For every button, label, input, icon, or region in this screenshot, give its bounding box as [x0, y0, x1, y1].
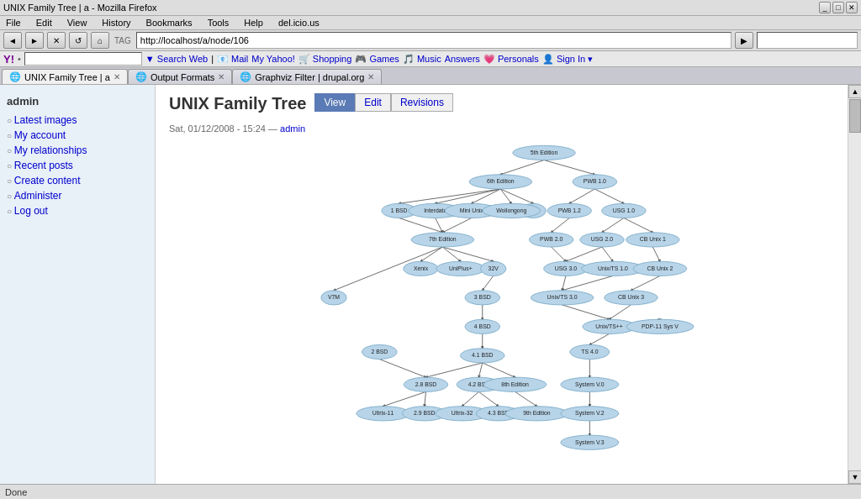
sidebar-item-create-content[interactable]: Create content [0, 173, 155, 188]
svg-text:PWB 1.0: PWB 1.0 [584, 178, 606, 184]
scroll-up-btn[interactable]: ▲ [848, 85, 861, 98]
graph-node-sysv3[interactable]: System V.3 [561, 435, 619, 449]
menu-bookmarks[interactable]: Bookmarks [144, 17, 195, 29]
stop-btn[interactable]: ✕ [47, 32, 66, 49]
scroll-down-btn[interactable]: ▼ [848, 470, 861, 484]
graph-node-5th[interactable]: 5th Edition [513, 145, 575, 160]
graph-node-pdp11[interactable]: PDP-11 Sys V [626, 319, 694, 333]
menu-help[interactable]: Help [241, 17, 266, 29]
graph-node-xenix[interactable]: Xenix [404, 261, 438, 276]
graph-node-pwb20[interactable]: PWB 2.0 [529, 233, 573, 247]
tab-revisions[interactable]: Revisions [391, 93, 453, 112]
sidebar-item-log-out[interactable]: Log out [0, 203, 155, 218]
graph-node-usg30[interactable]: USG 3.0 [544, 261, 588, 276]
graph-node-pwb10[interactable]: PWB 1.0 [573, 175, 616, 189]
address-bar[interactable] [136, 32, 732, 49]
svg-text:Mini Unix: Mini Unix [460, 207, 484, 213]
graph-node-usg10[interactable]: USG 1.0 [602, 203, 646, 218]
graph-node-sysv2[interactable]: System V.2 [561, 407, 619, 421]
sidebar-item-administer[interactable]: Administer [0, 188, 155, 203]
svg-text:Ultrix-32: Ultrix-32 [452, 410, 473, 416]
svg-text:PWB 1.2: PWB 1.2 [558, 207, 581, 213]
menu-file[interactable]: File [3, 17, 24, 29]
graph-node-41bsd[interactable]: 4.1 BSD [461, 349, 504, 363]
graph-node-ts40[interactable]: TS 4.0 [570, 344, 610, 359]
graph-node-cbus3[interactable]: CB Unix 3 [605, 291, 658, 305]
go-btn[interactable]: ▶ [735, 32, 753, 49]
tab3-label: Graphviz Filter | drupal.org [255, 72, 364, 82]
graph-node-4bsd[interactable]: 4 BSD [465, 319, 499, 333]
menu-view[interactable]: View [65, 17, 90, 29]
graph-node-3bsd[interactable]: 3 BSD [465, 291, 499, 305]
graph-node-pwb12[interactable]: PWB 1.2 [547, 203, 591, 218]
yahoo-myyahoo-btn[interactable]: My Yahoo! [251, 54, 295, 64]
yahoo-personals-btn[interactable]: 💗 Personals [483, 54, 539, 65]
menu-delicious[interactable]: del.icio.us [276, 17, 322, 29]
svg-text:3 BSD: 3 BSD [474, 294, 491, 300]
graph-node-ultrx11[interactable]: Ultrix-11 [357, 407, 409, 421]
tab-unix-family-tree[interactable]: 🌐 UNIX Family Tree | a ✕ [2, 69, 128, 84]
menu-history[interactable]: History [99, 17, 133, 29]
graph-node-v7m[interactable]: V7M [321, 291, 346, 305]
back-btn[interactable]: ◄ [3, 32, 22, 49]
refresh-btn[interactable]: ↺ [69, 32, 87, 49]
svg-line-21 [566, 247, 602, 261]
graph-node-sysv0[interactable]: System V.0 [561, 377, 619, 391]
yahoo-games-btn[interactable]: 🎮 Games [355, 54, 399, 65]
minimize-btn[interactable]: _ [819, 2, 831, 13]
scrollbar[interactable]: ▲ ▼ [848, 85, 861, 484]
forward-btn[interactable]: ► [25, 32, 44, 49]
graph-node-unixts30[interactable]: Unix/TS 3.0 [531, 291, 593, 305]
graph-node-uniplus[interactable]: UniPlus+ [436, 261, 485, 276]
svg-line-42 [515, 391, 537, 406]
unix-graph-svg: 5th EditionPWB 1.06th EditionLSX1 BSDInt… [169, 142, 825, 484]
main-container: admin Latest images My account My relati… [0, 85, 861, 484]
graph-node-32v[interactable]: 32V [481, 261, 506, 276]
yahoo-shopping-btn[interactable]: 🛒 Shopping [298, 54, 352, 65]
graph-node-9th[interactable]: 9th Edition [505, 407, 568, 421]
graph-node-wollongong[interactable]: Wollongong [483, 203, 541, 218]
search-web-btn[interactable]: ▼ Search Web [145, 54, 208, 64]
menu-tools[interactable]: Tools [205, 17, 232, 29]
yahoo-signin-btn[interactable]: 👤 Sign In ▾ [542, 54, 593, 65]
close-btn[interactable]: ✕ [846, 2, 858, 13]
sidebar-item-latest-images[interactable]: Latest images [0, 113, 155, 128]
tab2-close-btn[interactable]: ✕ [218, 72, 224, 81]
graph-node-7th[interactable]: 7th Edition [411, 233, 473, 247]
graph-node-usg20[interactable]: USG 2.0 [580, 233, 624, 247]
sidebar-item-my-account[interactable]: My account [0, 128, 155, 143]
page-author-link[interactable]: admin [280, 123, 305, 134]
home-btn[interactable]: ⌂ [91, 32, 109, 49]
tab-view[interactable]: View [314, 93, 355, 112]
graph-node-cbus2[interactable]: CB Unix 2 [633, 261, 686, 276]
yahoo-separator: • [18, 54, 21, 64]
graph-node-2bsd[interactable]: 2 BSD [362, 344, 397, 359]
yahoo-answers-btn[interactable]: Answers [445, 54, 480, 64]
svg-text:32V: 32V [489, 265, 499, 271]
tab-output-formats[interactable]: 🌐 Output Formats ✕ [128, 69, 232, 84]
sidebar-item-my-relationships[interactable]: My relationships [0, 143, 155, 158]
svg-line-1 [500, 160, 544, 175]
restore-btn[interactable]: □ [832, 2, 844, 13]
yahoo-music-btn[interactable]: 🎵 Music [403, 54, 441, 65]
tab1-close-btn[interactable]: ✕ [114, 72, 120, 81]
graph-node-cbus1[interactable]: CB Unix 1 [626, 233, 679, 247]
menu-edit[interactable]: Edit [34, 17, 55, 29]
graph-node-28bsd[interactable]: 2.8 BSD [404, 377, 447, 391]
svg-line-18 [442, 247, 493, 261]
sidebar-item-recent-posts[interactable]: Recent posts [0, 158, 155, 173]
yahoo-search-input[interactable] [24, 52, 142, 66]
yahoo-mail-btn[interactable]: 📧 Mail [217, 54, 248, 65]
tab3-close-btn[interactable]: ✕ [367, 72, 374, 81]
graph-node-6th[interactable]: 6th Edition [469, 175, 531, 189]
search-bar[interactable] [757, 32, 858, 49]
tab-graphviz-filter[interactable]: 🌐 Graphviz Filter | drupal.org ✕ [232, 69, 382, 84]
graph-node-8th[interactable]: 8th Edition [483, 377, 546, 391]
scroll-thumb[interactable] [849, 99, 861, 133]
svg-text:2.9 BSD: 2.9 BSD [414, 410, 436, 416]
svg-text:System V.2: System V.2 [575, 410, 605, 417]
svg-text:4.1 BSD: 4.1 BSD [472, 352, 494, 358]
tab-edit[interactable]: Edit [355, 93, 391, 112]
svg-text:Interdata: Interdata [424, 207, 446, 213]
svg-line-17 [442, 247, 461, 261]
